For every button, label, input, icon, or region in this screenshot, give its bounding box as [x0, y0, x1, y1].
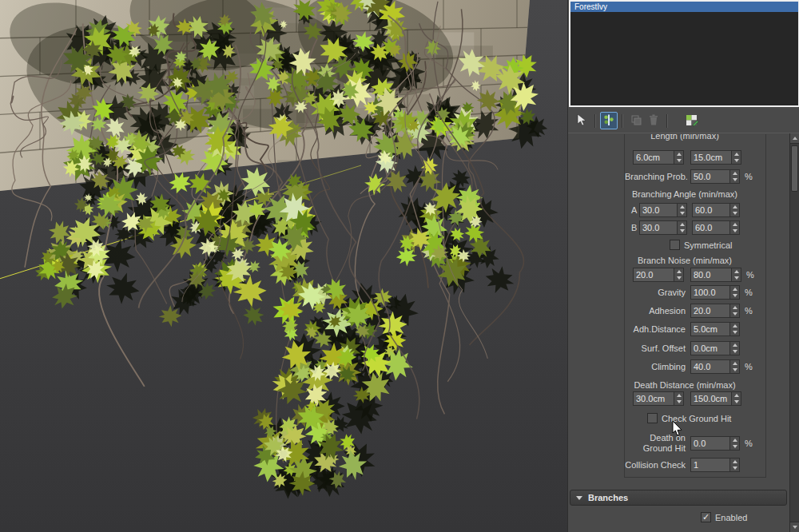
spinner-arrows-icon[interactable] — [729, 286, 739, 299]
branches-rollout-header[interactable]: Branches — [570, 490, 787, 506]
angle-a-label: A — [631, 203, 637, 217]
spinner-arrows-icon[interactable] — [677, 221, 686, 234]
branches-rollout-title: Branches — [588, 493, 628, 502]
branching-prob-row: Branching Prob. 50.0 % — [625, 169, 765, 184]
angle-a-min-spinner[interactable]: 30.0 — [639, 203, 687, 217]
surf-offset-spinner[interactable]: 0.0cm — [690, 341, 740, 355]
ivy-render[interactable] — [0, 0, 567, 532]
spinner-arrows-icon[interactable] — [731, 151, 741, 164]
angle-b-min-spinner[interactable]: 30.0 — [639, 220, 687, 235]
spinner-arrows-icon[interactable] — [729, 459, 739, 471]
percent-label: % — [745, 359, 753, 374]
adhesion-spinner[interactable]: 20.0 — [690, 304, 740, 318]
length-row: 6.0cm 15.0cm — [625, 150, 765, 165]
scrollbar-up-icon[interactable] — [790, 133, 799, 144]
pick-arrow-icon — [575, 113, 588, 128]
branch-noise-header-row: Branch Noise (min/max) — [625, 253, 765, 268]
chevron-down-icon — [576, 496, 582, 500]
collision-check-row: Collision Check 1 — [625, 458, 765, 472]
toolbar-separator — [666, 114, 668, 128]
spinner-arrows-icon[interactable] — [731, 392, 741, 405]
surf-offset-label: Surf. Offset — [625, 341, 686, 355]
ivy-object-list[interactable]: ForestIvy — [569, 0, 799, 107]
length-header: Length (min/max) — [625, 134, 745, 143]
percent-label: % — [745, 304, 753, 318]
climbing-row: Climbing 40.0 % — [625, 359, 765, 374]
symmetrical-row: Symmetrical — [625, 239, 765, 252]
spinner-arrows-icon[interactable] — [674, 268, 683, 281]
angle-a-row: A 30.0 60.0 — [625, 203, 765, 217]
death-on-ground-label: Death on Ground Hit — [625, 433, 686, 454]
check-ground-row: Check Ground Hit — [625, 412, 765, 425]
noise-min-spinner[interactable]: 20.0 — [633, 268, 684, 282]
list-item-forestivy[interactable]: ForestIvy — [570, 2, 798, 12]
spinner-arrows-icon[interactable] — [729, 204, 739, 216]
edit-grid-icon — [686, 113, 699, 129]
death-min-spinner[interactable]: 30.0cm — [633, 391, 684, 406]
viewport-3d[interactable] — [0, 0, 567, 532]
climbing-label: Climbing — [625, 359, 686, 374]
adh-distance-label: Adh.Distance — [625, 322, 686, 336]
percent-label: % — [745, 436, 753, 451]
scrollbar-down-icon[interactable] — [790, 522, 799, 532]
adhesion-label: Adhesion — [625, 304, 686, 318]
delete-button[interactable] — [645, 112, 662, 129]
branching-prob-spinner[interactable]: 50.0 — [690, 169, 740, 184]
gravity-spinner[interactable]: 100.0 — [690, 285, 740, 300]
branching-angle-header: Branching Angle (min/max) — [625, 187, 745, 201]
scrollbar-thumb[interactable] — [791, 145, 798, 192]
spinner-arrows-icon[interactable] — [729, 304, 739, 317]
ivy-plant-icon — [602, 113, 615, 128]
adh-distance-spinner[interactable]: 5.0cm — [690, 322, 740, 336]
spinner-arrows-icon[interactable] — [729, 437, 739, 450]
angle-a-max-spinner[interactable]: 60.0 — [692, 203, 740, 217]
angle-b-max-spinner[interactable]: 60.0 — [692, 220, 740, 235]
spinner-arrows-icon[interactable] — [729, 170, 739, 183]
branch-noise-header: Branch Noise (min/max) — [625, 253, 745, 268]
branches-enabled-checkbox[interactable] — [701, 512, 711, 522]
collision-check-spinner[interactable]: 1 — [690, 458, 740, 472]
death-distance-header: Death Distance (min/max) — [625, 378, 745, 392]
spinner-arrows-icon[interactable] — [677, 204, 686, 216]
branches-enabled-label: Enabled — [715, 511, 747, 525]
surf-offset-row: Surf. Offset 0.0cm — [625, 341, 765, 355]
percent-label: % — [745, 285, 753, 300]
branch-noise-row: 20.0 80.0 % — [625, 268, 765, 282]
adh-distance-row: Adh.Distance 5.0cm — [625, 322, 765, 336]
spinner-arrows-icon[interactable] — [674, 151, 683, 164]
spinner-arrows-icon[interactable] — [729, 221, 739, 234]
duplicate-button[interactable] — [627, 112, 645, 129]
gravity-label: Gravity — [625, 285, 686, 300]
command-panel: ForestIvy — [567, 0, 799, 532]
branching-prob-label: Branching Prob. — [625, 169, 686, 184]
check-ground-checkbox[interactable] — [647, 413, 658, 423]
edit-params-button[interactable] — [683, 112, 701, 129]
percent-label: % — [745, 169, 753, 184]
death-distance-header-row: Death Distance (min/max) — [625, 378, 765, 392]
angle-b-label: B — [631, 220, 637, 235]
toolbar-separator — [622, 114, 623, 128]
panel-scrollbar[interactable] — [789, 133, 799, 532]
angle-b-row: B 30.0 60.0 — [625, 220, 765, 235]
spinner-arrows-icon[interactable] — [674, 392, 683, 405]
death-on-ground-spinner[interactable]: 0.0 — [690, 436, 740, 451]
length-min-spinner[interactable]: 6.0cm — [633, 150, 684, 165]
collision-check-label: Collision Check — [625, 458, 686, 472]
length-max-spinner[interactable]: 15.0cm — [690, 150, 741, 165]
gravity-row: Gravity 100.0 % — [625, 285, 765, 300]
length-header-row: Length (min/max) — [625, 134, 765, 144]
spinner-arrows-icon[interactable] — [731, 268, 741, 281]
death-max-spinner[interactable]: 150.0cm — [690, 391, 741, 406]
pick-object-button[interactable] — [573, 112, 590, 129]
spinner-arrows-icon[interactable] — [729, 360, 739, 373]
symmetrical-label: Symmetrical — [684, 239, 733, 252]
spinner-arrows-icon[interactable] — [729, 342, 739, 355]
paint-ivy-toggle[interactable] — [600, 112, 618, 129]
adhesion-row: Adhesion 20.0 % — [625, 304, 765, 318]
symmetrical-checkbox[interactable] — [670, 240, 680, 250]
spinner-arrows-icon[interactable] — [729, 323, 739, 335]
noise-max-spinner[interactable]: 80.0 — [690, 268, 741, 282]
death-on-ground-row: Death on Ground Hit 0.0 % — [625, 431, 765, 455]
climbing-spinner[interactable]: 40.0 — [690, 359, 740, 374]
duplicate-icon — [630, 113, 642, 128]
